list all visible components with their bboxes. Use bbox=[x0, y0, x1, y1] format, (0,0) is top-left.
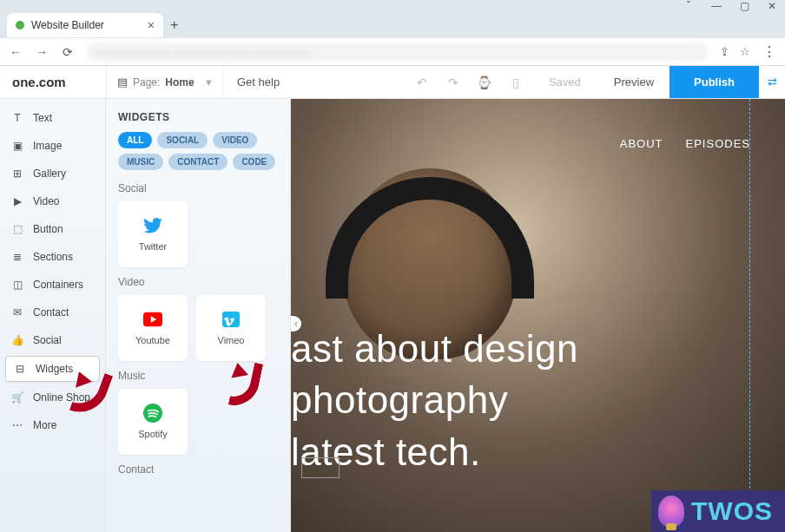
page-selector[interactable]: ▤ Page: Home ▾ bbox=[106, 66, 223, 98]
preview-button[interactable]: Preview bbox=[598, 76, 670, 89]
video-icon: ▶ bbox=[10, 194, 24, 208]
address-bar: ← → ⟳ ———————— ———————— —————— ⇪ ☆ ⋮ bbox=[0, 38, 785, 66]
more-icon: ⋯ bbox=[10, 418, 24, 432]
account-icon[interactable]: ⇄ bbox=[759, 76, 785, 89]
maximize-button[interactable]: ▢ bbox=[738, 0, 750, 12]
history-icon[interactable]: ⌚ bbox=[469, 76, 500, 89]
filter-chip-code[interactable]: CODE bbox=[233, 154, 275, 170]
share-icon[interactable]: ⇪ bbox=[720, 45, 729, 58]
close-button[interactable]: ✕ bbox=[766, 0, 778, 12]
filter-chip-contact[interactable]: CONTACT bbox=[168, 154, 228, 170]
forward-button[interactable]: → bbox=[35, 45, 49, 59]
text-icon: T bbox=[10, 111, 24, 125]
chevron-down-icon[interactable]: ˇ bbox=[683, 0, 695, 12]
site-nav: ABOUT EPISODES bbox=[620, 137, 750, 150]
app-top-bar: one.com ▤ Page: Home ▾ Get help ↶ ↷ ⌚ ▯ … bbox=[0, 66, 785, 99]
online shop-icon: 🛒 bbox=[10, 391, 24, 404]
sidebar-item-label: Online Shop bbox=[33, 391, 90, 404]
hero-heading[interactable]: ast about design photography latest tech… bbox=[291, 323, 578, 477]
widget-tile-youtube[interactable]: Youtube bbox=[118, 295, 188, 361]
tab-close-icon[interactable]: × bbox=[148, 18, 155, 32]
sections-icon: ≣ bbox=[10, 250, 24, 264]
sidebar-item-label: Image bbox=[33, 140, 62, 152]
sidebar-item-text[interactable]: TText bbox=[0, 104, 105, 132]
sidebar-item-online-shop[interactable]: 🛒Online Shop bbox=[0, 384, 105, 411]
tab-strip: Website Builder × + bbox=[0, 12, 785, 38]
tiles-row: Twitter bbox=[118, 201, 278, 267]
publish-button[interactable]: Publish bbox=[670, 66, 759, 98]
sidebar-item-label: Sections bbox=[33, 251, 73, 263]
lightbulb-icon bbox=[658, 496, 684, 527]
get-help-button[interactable]: Get help bbox=[223, 76, 294, 89]
sidebar-item-containers[interactable]: ◫Containers bbox=[0, 271, 105, 299]
sidebar-item-button[interactable]: ⬚Button bbox=[0, 215, 105, 243]
reload-button[interactable]: ⟳ bbox=[61, 45, 75, 59]
section-title-music: Music bbox=[118, 370, 278, 382]
sidebar-item-gallery[interactable]: ⊞Gallery bbox=[0, 160, 105, 187]
back-button[interactable]: ← bbox=[9, 45, 23, 59]
brand-logo[interactable]: one.com bbox=[0, 75, 106, 89]
url-input[interactable]: ———————— ———————— —————— bbox=[87, 43, 708, 62]
containers-icon: ◫ bbox=[10, 278, 24, 292]
youtube-icon bbox=[143, 311, 162, 328]
sidebar-item-widgets[interactable]: ⊟Widgets bbox=[5, 356, 100, 382]
watermark-text: TWOS bbox=[691, 496, 773, 526]
widget-tile-spotify[interactable]: Spotify bbox=[118, 389, 188, 455]
nav-episodes[interactable]: EPISODES bbox=[686, 137, 750, 150]
tiles-row: YoutubeVimeo bbox=[118, 295, 278, 361]
filter-chip-all[interactable]: ALL bbox=[118, 132, 152, 148]
browser-menu-icon[interactable]: ⋮ bbox=[762, 43, 776, 60]
tile-label: Youtube bbox=[135, 335, 170, 345]
spotify-icon bbox=[143, 404, 162, 422]
browser-chrome: ˇ — ▢ ✕ Website Builder × + ← → ⟳ ——————… bbox=[0, 0, 785, 66]
tile-label: Twitter bbox=[139, 241, 167, 252]
widget-tile-twitter[interactable]: Twitter bbox=[118, 201, 188, 267]
device-icon[interactable]: ▯ bbox=[500, 76, 531, 89]
selection-outline[interactable] bbox=[301, 457, 340, 478]
widgets-panel: WIDGETS ALLSOCIALVIDEOMUSICCONTACTCODE S… bbox=[106, 99, 291, 532]
nav-about[interactable]: ABOUT bbox=[620, 137, 663, 150]
redo-button[interactable]: ↷ bbox=[438, 76, 469, 89]
panel-title: WIDGETS bbox=[118, 111, 278, 123]
sidebar-item-image[interactable]: ▣Image bbox=[0, 132, 105, 160]
filter-chip-music[interactable]: MUSIC bbox=[118, 154, 163, 170]
sidebar-item-label: Video bbox=[33, 195, 59, 207]
filter-chip-social[interactable]: SOCIAL bbox=[157, 132, 208, 148]
social-icon: 👍 bbox=[10, 333, 24, 347]
filter-chip-video[interactable]: VIDEO bbox=[213, 132, 257, 148]
sidebar-item-social[interactable]: 👍Social bbox=[0, 326, 105, 354]
section-title-video: Video bbox=[118, 276, 278, 288]
sidebar-item-video[interactable]: ▶Video bbox=[0, 187, 105, 215]
sidebar-item-contact[interactable]: ✉Contact bbox=[0, 299, 105, 326]
page-icon: ▤ bbox=[117, 76, 128, 89]
page-label: Page: bbox=[133, 76, 160, 89]
minimize-button[interactable]: — bbox=[710, 0, 722, 12]
sidebar-item-sections[interactable]: ≣Sections bbox=[0, 243, 105, 271]
sidebar-item-label: Text bbox=[33, 112, 52, 124]
tile-label: Spotify bbox=[138, 429, 168, 439]
section-title-contact: Contact bbox=[118, 463, 278, 476]
sidebar-item-label: Containers bbox=[33, 279, 83, 291]
sidebar-item-label: Social bbox=[33, 334, 62, 346]
widget-tile-vimeo[interactable]: Vimeo bbox=[196, 295, 266, 361]
canvas[interactable]: ‹ ABOUT EPISODES ast about design photog… bbox=[291, 99, 785, 532]
browser-tab[interactable]: Website Builder × bbox=[7, 13, 163, 37]
image-icon: ▣ bbox=[10, 139, 24, 153]
url-actions: ⇪ ☆ bbox=[720, 45, 750, 58]
filter-chips: ALLSOCIALVIDEOMUSICCONTACTCODE bbox=[118, 132, 278, 170]
tile-label: Vimeo bbox=[218, 335, 245, 345]
workspace: TText▣Image⊞Gallery▶Video⬚Button≣Section… bbox=[0, 99, 785, 532]
watermark: TWOS bbox=[651, 490, 785, 532]
left-sidebar: TText▣Image⊞Gallery▶Video⬚Button≣Section… bbox=[0, 99, 106, 532]
sidebar-item-label: Gallery bbox=[33, 167, 66, 180]
new-tab-button[interactable]: + bbox=[170, 17, 178, 33]
button-icon: ⬚ bbox=[10, 222, 24, 236]
gallery-icon: ⊞ bbox=[10, 167, 24, 181]
twitter-icon bbox=[143, 217, 162, 234]
undo-button[interactable]: ↶ bbox=[406, 76, 438, 89]
sidebar-item-more[interactable]: ⋯More bbox=[0, 411, 105, 439]
save-status: Saved bbox=[531, 76, 598, 89]
sidebar-item-label: Button bbox=[33, 223, 63, 235]
bookmark-icon[interactable]: ☆ bbox=[740, 45, 750, 58]
widgets-icon: ⊟ bbox=[13, 362, 27, 376]
